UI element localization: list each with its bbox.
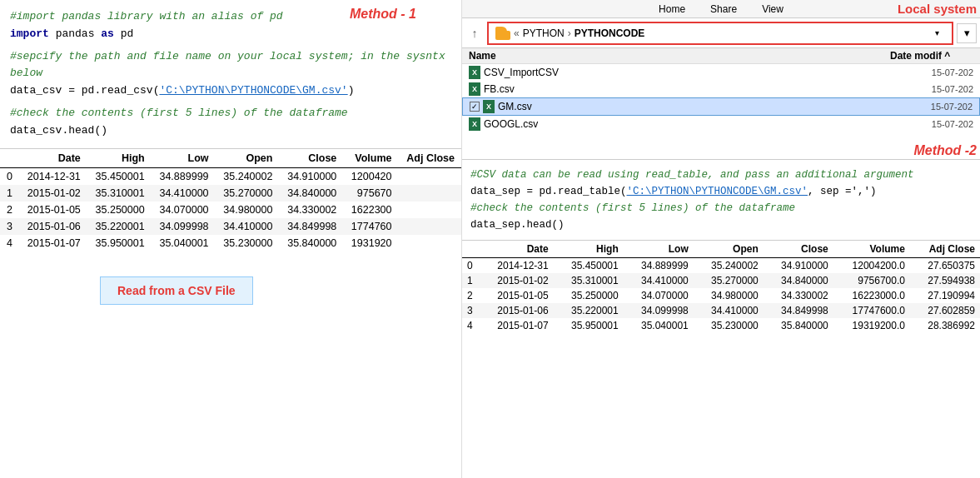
- excel-icon-fb: X: [469, 82, 480, 96]
- top-strip-view[interactable]: View: [762, 3, 784, 15]
- table-row: 12015-01-0235.31000134.41000035.27000034…: [0, 185, 461, 202]
- excel-icon-googl: X: [469, 117, 480, 131]
- table-area-right: Date High Low Open Close Volume Adj Clos…: [462, 241, 980, 478]
- code-line-4: data_csv = pd.read_csv('C:\PYTHON\PYTHON…: [10, 82, 451, 100]
- th-close: Close: [279, 149, 343, 168]
- file-name-gm: GM.csv: [498, 101, 886, 112]
- top-strip-home[interactable]: Home: [659, 3, 685, 15]
- data-table-right: Date High Low Open Close Volume Adj Clos…: [462, 241, 980, 333]
- file-name-csvimport: CSV_ImportCSV: [484, 67, 887, 78]
- local-system-label: Local system: [898, 2, 977, 16]
- data-table-left: Date High Low Open Close Volume Adj Clos…: [0, 149, 461, 251]
- table-row: 32015-01-0635.22000134.09999834.41000034…: [462, 303, 980, 318]
- table-row: 22015-01-0535.25000034.07000034.98000034…: [0, 202, 461, 218]
- main-container: #import pandas library with an alias of …: [0, 0, 980, 478]
- code-comment-1: #import pandas library with an alias of …: [10, 10, 283, 22]
- left-panel: #import pandas library with an alias of …: [0, 0, 462, 478]
- checkbox-gm[interactable]: ✓: [470, 102, 480, 112]
- code-right-comment-1: #CSV data can be read using read_table, …: [470, 169, 914, 181]
- read-csv-button[interactable]: Read from a CSV File: [100, 276, 253, 305]
- dropdown-btn[interactable]: ▾: [957, 23, 977, 43]
- file-row-fb[interactable]: X FB.csv 15-07-202: [462, 81, 980, 97]
- col-name-header: Name: [469, 50, 890, 62]
- file-list-header: Name Date modif ^: [462, 48, 980, 64]
- table-row: 12015-01-0235.31000134.41000035.27000034…: [462, 273, 980, 288]
- table-row: 42015-01-0735.95000135.04000135.23000035…: [462, 318, 980, 333]
- table-row: 02014-12-3135.45000134.88999935.24000234…: [462, 258, 980, 274]
- table-row: 02014-12-3135.45000134.88999935.24000234…: [0, 167, 461, 185]
- nav-path-box: « PYTHON › PYTHONCODE ▾: [487, 22, 953, 45]
- th-volume: Volume: [343, 149, 398, 168]
- table-row: 32015-01-0635.22000134.09999834.41000034…: [0, 218, 461, 235]
- file-name-fb: FB.csv: [484, 83, 887, 95]
- table-area-left: Date High Low Open Close Volume Adj Clos…: [0, 149, 461, 478]
- code-right-line-3: #check the contents (first 5 lines) of t…: [470, 200, 972, 217]
- excel-icon-gm: X: [483, 100, 495, 113]
- file-date-googl: 15-07-202: [890, 119, 973, 129]
- path-python: PYTHON: [523, 27, 565, 39]
- file-row-googl[interactable]: X GOOGL.csv 15-07-202: [462, 116, 980, 132]
- th-date: Date: [19, 149, 87, 168]
- path-pythoncode: PYTHONCODE: [575, 27, 645, 39]
- nav-bar: ↑ « PYTHON › PYTHONCODE ▾ ▾: [462, 18, 980, 48]
- path-dropdown[interactable]: ▾: [928, 25, 945, 42]
- th-r-low: Low: [624, 241, 694, 258]
- code-string-path: 'C:\PYTHON\PYTHONCODE\GM.csv': [159, 84, 347, 97]
- method-1-label: Method - 1: [350, 7, 416, 22]
- top-strip-share[interactable]: Share: [710, 3, 737, 15]
- excel-icon-csvimport: X: [469, 66, 480, 79]
- code-comment-2: #sepcify the path and file name on your …: [10, 50, 445, 80]
- code-right-line-1: #CSV data can be read using read_table, …: [470, 167, 972, 183]
- table-header-row: Date High Low Open Close Volume Adj Clos…: [0, 149, 461, 168]
- method-2-label: Method -2: [913, 143, 977, 158]
- path-sep-1: «: [514, 27, 520, 39]
- code-area-left: #import pandas library with an alias of …: [0, 0, 461, 149]
- code-line-5: #check the contents (first 5 lines) of t…: [10, 105, 451, 122]
- folder-icon: [495, 27, 510, 40]
- code-right-line-2: data_sep = pd.read_table('C:\PYTHON\PYTH…: [470, 183, 972, 200]
- code-line-3: #sepcify the path and file name on your …: [10, 48, 451, 83]
- col-date-header: Date modif ^: [890, 50, 973, 62]
- file-explorer: ↑ « PYTHON › PYTHONCODE ▾ ▾ Name: [462, 18, 980, 160]
- file-date-fb: 15-07-202: [890, 84, 973, 94]
- th-r-close: Close: [764, 241, 833, 258]
- th-r-open: Open: [694, 241, 764, 258]
- file-row-gm[interactable]: ✓ X GM.csv 15-07-202: [462, 97, 980, 116]
- code-line-2: import pandas as pd: [10, 26, 451, 43]
- code-keyword-as: as: [101, 27, 114, 40]
- right-panel: Home Share View Local system ↑ « PYTHON …: [462, 0, 980, 478]
- code-right-comment-2: #check the contents (first 5 lines) of t…: [470, 202, 795, 214]
- th-r-adj-close: Adj Close: [910, 241, 980, 258]
- file-date-csvimport: 15-07-202: [890, 67, 973, 77]
- file-list: X CSV_ImportCSV 15-07-202 X FB.csv 15-07…: [462, 64, 980, 132]
- code-area-right: #CSV data can be read using read_table, …: [462, 160, 980, 241]
- code-keyword-import: import: [10, 27, 49, 40]
- code-right-string: 'C:\PYTHON\PYTHONCODE\GM.csv': [627, 186, 808, 197]
- code-comment-3: #check the contents (first 5 lines) of t…: [10, 107, 348, 119]
- file-date-gm: 15-07-202: [889, 102, 973, 112]
- file-name-googl: GOOGL.csv: [484, 118, 887, 130]
- th-r-date: Date: [479, 241, 554, 258]
- th-r-volume: Volume: [833, 241, 910, 258]
- table-right-header-row: Date High Low Open Close Volume Adj Clos…: [462, 241, 980, 258]
- file-row-csvimport[interactable]: X CSV_ImportCSV 15-07-202: [462, 64, 980, 81]
- th-index: [0, 149, 19, 168]
- path-arrow: ›: [568, 27, 571, 39]
- code-right-line-4: data_sep.head(): [470, 217, 972, 233]
- th-open: Open: [216, 149, 280, 168]
- th-adj-close: Adj Close: [399, 149, 461, 168]
- th-high: High: [87, 149, 152, 168]
- nav-up-arrow[interactable]: ↑: [465, 24, 484, 42]
- code-line-6: data_csv.head(): [10, 122, 451, 140]
- th-low: Low: [152, 149, 216, 168]
- table-row: 42015-01-0735.95000135.04000135.23000035…: [0, 235, 461, 251]
- table-row: 22015-01-0535.25000034.07000034.98000034…: [462, 288, 980, 303]
- th-r-index: [462, 241, 479, 258]
- th-r-high: High: [554, 241, 624, 258]
